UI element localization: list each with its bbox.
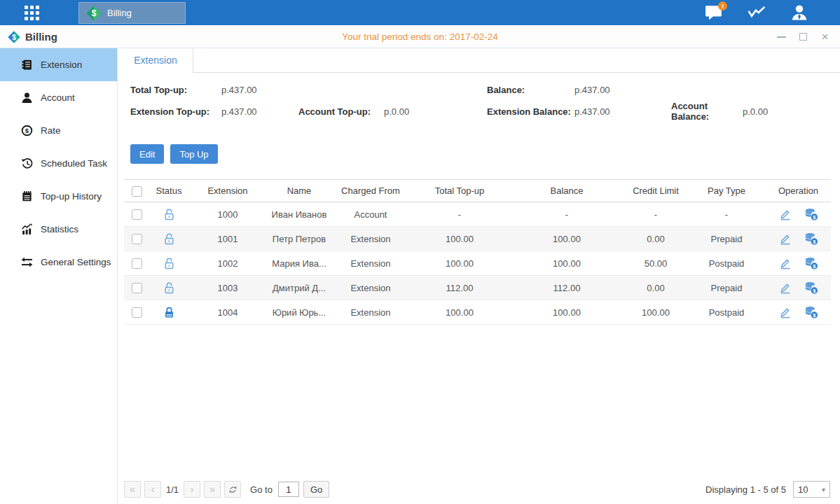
sidebar-item-general-settings[interactable]: General Settings xyxy=(0,246,117,279)
cell-balance: 100.00 xyxy=(509,227,624,251)
app-window: $ Billing ! xyxy=(0,0,840,504)
sidebar-item-rate[interactable]: $ Rate xyxy=(0,114,117,147)
cell-credit-limit: 100.00 xyxy=(624,300,687,325)
app-grid-icon[interactable] xyxy=(25,6,49,20)
sidebar-item-label: Statistics xyxy=(41,224,78,234)
lock-open-icon xyxy=(163,281,176,295)
select-all-checkbox[interactable] xyxy=(132,186,142,197)
col-charged-from: Charged From xyxy=(331,180,410,202)
sidebar: Extension Account $ Rate Scheduled Task xyxy=(0,48,118,504)
lock-open-icon xyxy=(163,257,176,270)
cell-total-topup: 100.00 xyxy=(410,227,509,251)
stats-icon xyxy=(21,223,33,235)
row-checkbox[interactable] xyxy=(132,307,142,318)
page-indicator: 1/1 xyxy=(166,484,179,495)
sidebar-item-topup-history[interactable]: Top-up History xyxy=(0,180,117,213)
pagination-bar: « ‹ 1/1 › » Go to Go Displaying 1 - 5 of… xyxy=(124,480,830,498)
trial-notice: Your trial period ends on: 2017-02-24 xyxy=(0,25,840,48)
notebook-icon xyxy=(21,190,33,202)
col-operation: Operation xyxy=(766,180,831,202)
resource-monitor-icon[interactable] xyxy=(747,4,766,22)
status-cell xyxy=(149,227,188,251)
last-page-button[interactable]: » xyxy=(204,481,221,498)
pencil-icon xyxy=(778,232,792,246)
cell-charged-from: Account xyxy=(331,202,410,227)
system-topbar: $ Billing ! xyxy=(0,0,840,25)
col-pay-type: Pay Type xyxy=(687,180,766,202)
cell-pay-type: Prepaid xyxy=(687,227,766,251)
tab-extension[interactable]: Extension xyxy=(118,48,193,73)
top-up-row-button[interactable]: $ xyxy=(804,256,818,270)
cell-operation: $ xyxy=(766,300,831,325)
table-row: 1000 Иван Иванов Account - - - - $ xyxy=(124,202,831,227)
status-cell xyxy=(149,276,188,300)
extension-table: Status Extension Name Charged From Total… xyxy=(124,179,831,325)
next-page-button[interactable]: › xyxy=(184,481,200,498)
pencil-icon xyxy=(778,281,792,295)
cell-balance: - xyxy=(509,202,624,227)
minimize-button[interactable] xyxy=(776,31,787,42)
coins-icon: $ xyxy=(804,305,818,319)
row-checkbox[interactable] xyxy=(132,258,142,269)
edit-row-button[interactable] xyxy=(778,207,792,221)
edit-row-button[interactable] xyxy=(778,305,792,319)
taskbar-billing-button[interactable]: $ Billing xyxy=(78,2,186,24)
top-up-row-button[interactable]: $ xyxy=(804,305,818,319)
col-extension: Extension xyxy=(188,180,267,202)
edit-row-button[interactable] xyxy=(778,232,792,246)
cell-operation: $ xyxy=(766,202,831,227)
maximize-button[interactable] xyxy=(798,31,808,42)
cell-name: Мария Ива... xyxy=(267,251,331,276)
cell-extension: 1003 xyxy=(188,276,267,300)
coins-icon: $ xyxy=(804,207,818,221)
cell-total-topup: - xyxy=(410,202,509,227)
table-row: 1004 Юрий Юрь... Extension 100.00 100.00… xyxy=(124,300,831,325)
cell-name: Дмитрий Д... xyxy=(267,276,331,300)
svg-text:$: $ xyxy=(92,8,97,18)
sidebar-item-scheduled-task[interactable]: Scheduled Task xyxy=(0,147,117,180)
top-up-row-button[interactable]: $ xyxy=(804,281,818,295)
cell-pay-type: Postpaid xyxy=(687,251,766,276)
clock-icon xyxy=(21,158,33,169)
sidebar-item-label: General Settings xyxy=(41,257,111,267)
sidebar-item-label: Top-up History xyxy=(41,191,102,202)
top-up-button[interactable]: Top Up xyxy=(170,144,217,164)
coins-icon: $ xyxy=(804,281,818,295)
go-button[interactable]: Go xyxy=(303,481,329,498)
refresh-button[interactable] xyxy=(224,481,241,498)
cell-operation: $ xyxy=(766,251,831,276)
table-row: 1003 Дмитрий Д... Extension 112.00 112.0… xyxy=(124,276,831,300)
sidebar-item-statistics[interactable]: Statistics xyxy=(0,213,117,246)
status-cell xyxy=(149,300,188,325)
top-up-row-button[interactable]: $ xyxy=(804,232,818,246)
main-content: Extension Total Top-up: p.437.00 Extensi… xyxy=(118,48,840,504)
edit-row-button[interactable] xyxy=(778,256,792,270)
page-size-select[interactable]: 10 ▾ xyxy=(793,481,830,498)
row-checkbox[interactable] xyxy=(132,209,142,220)
chat-icon[interactable]: ! xyxy=(704,4,724,22)
top-up-row-button[interactable]: $ xyxy=(804,207,818,221)
extension-topup-value: p.437.00 xyxy=(221,106,298,117)
row-checkbox[interactable] xyxy=(132,283,142,293)
edit-row-button[interactable] xyxy=(778,281,792,295)
edit-button[interactable]: Edit xyxy=(130,144,164,164)
user-icon[interactable] xyxy=(790,4,809,22)
goto-page-input[interactable] xyxy=(278,482,299,497)
extension-topup-label: Extension Top-up: xyxy=(130,106,221,117)
sidebar-item-extension[interactable]: Extension xyxy=(0,48,117,81)
extension-balance-label: Extension Balance: xyxy=(487,106,574,117)
cell-balance: 112.00 xyxy=(509,276,624,300)
billing-diamond-icon: $ xyxy=(85,5,102,22)
col-name: Name xyxy=(267,180,331,202)
cell-total-topup: 112.00 xyxy=(410,276,509,300)
account-topup-value: p.0.00 xyxy=(384,106,409,117)
account-balance-label: Account Balance: xyxy=(671,101,743,122)
sidebar-item-account[interactable]: Account xyxy=(0,81,117,114)
close-button[interactable]: × xyxy=(820,31,830,42)
status-cell xyxy=(149,202,188,227)
row-checkbox[interactable] xyxy=(132,234,142,244)
col-status: Status xyxy=(149,180,188,202)
account-balance-value: p.0.00 xyxy=(743,106,768,117)
prev-page-button[interactable]: ‹ xyxy=(144,481,161,498)
first-page-button[interactable]: « xyxy=(124,481,141,498)
